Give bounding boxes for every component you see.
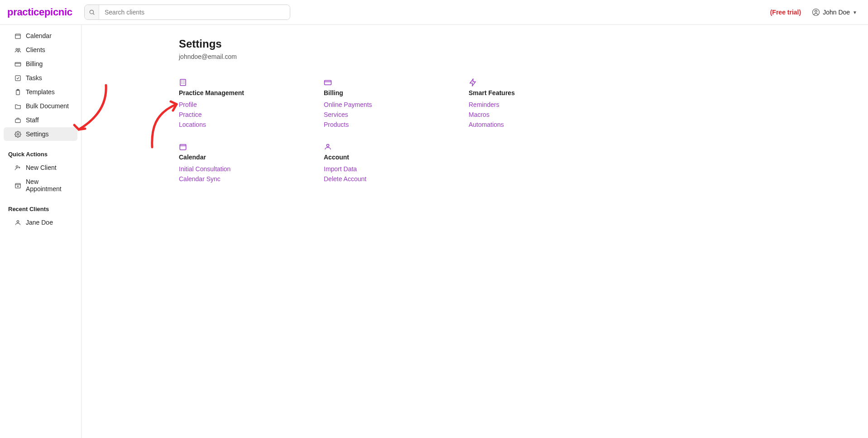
- settings-link-import-data[interactable]: Import Data: [324, 165, 469, 173]
- svg-rect-23: [180, 79, 186, 86]
- card-icon: [324, 78, 332, 87]
- sidebar-item-bulk-document[interactable]: Bulk Document: [4, 99, 77, 113]
- logo: practicepicnic: [7, 6, 80, 18]
- settings-link-automations[interactable]: Automations: [469, 121, 614, 128]
- calendar-plus-icon: [14, 182, 21, 189]
- sidebar-item-settings[interactable]: Settings: [4, 127, 77, 141]
- svg-point-14: [17, 133, 19, 135]
- sidebar-item-label: Staff: [26, 116, 39, 124]
- quick-action-new-appointment[interactable]: New Appointment: [4, 175, 77, 196]
- page-title: Settings: [179, 38, 868, 50]
- settings-section-title: Smart Features: [469, 89, 614, 96]
- svg-point-0: [90, 10, 93, 14]
- svg-point-6: [16, 48, 18, 50]
- settings-section-title: Billing: [324, 89, 469, 96]
- svg-rect-4: [15, 34, 20, 39]
- settings-link-products[interactable]: Products: [324, 121, 469, 128]
- chevron-down-icon: ▼: [853, 10, 857, 15]
- trial-badge[interactable]: (Free trial): [770, 9, 801, 16]
- user-plus-icon: [14, 164, 21, 171]
- sidebar-item-staff[interactable]: Staff: [4, 113, 77, 127]
- calendar-icon: [179, 143, 187, 151]
- clipboard-icon: [14, 89, 21, 96]
- settings-section-billing: Billing Online Payments Services Product…: [324, 78, 469, 128]
- folder-icon: [14, 103, 21, 110]
- sidebar-item-label: Settings: [26, 130, 49, 138]
- quick-action-label: New Client: [26, 164, 57, 171]
- svg-line-1: [93, 14, 94, 15]
- recent-clients-list: Jane Doe: [0, 216, 81, 229]
- svg-rect-8: [15, 62, 21, 66]
- person-icon: [14, 219, 21, 226]
- sidebar-item-label: Clients: [26, 46, 45, 53]
- sidebar-item-label: Billing: [26, 60, 43, 67]
- sidebar-item-label: Tasks: [26, 74, 42, 82]
- sidebar-item-tasks[interactable]: Tasks: [4, 71, 77, 85]
- svg-rect-33: [180, 144, 186, 150]
- svg-marker-32: [470, 79, 475, 86]
- page-subtitle: johndoe@email.com: [179, 53, 868, 60]
- quick-actions-heading: Quick Actions: [0, 146, 81, 160]
- svg-rect-10: [15, 75, 20, 80]
- card-icon: [14, 61, 21, 67]
- briefcase-icon: [14, 117, 21, 124]
- settings-link-locations[interactable]: Locations: [179, 121, 324, 128]
- bolt-icon: [469, 78, 477, 87]
- calendar-icon: [14, 33, 21, 39]
- gear-icon: [14, 131, 21, 138]
- settings-link-profile[interactable]: Profile: [179, 101, 324, 108]
- sidebar-item-label: Templates: [26, 88, 55, 96]
- settings-section-account: Account Import Data Delete Account: [324, 143, 469, 183]
- settings-link-delete-account[interactable]: Delete Account: [324, 175, 469, 183]
- recent-client-label: Jane Doe: [26, 219, 53, 226]
- search-icon: [85, 5, 99, 19]
- settings-link-reminders[interactable]: Reminders: [469, 101, 614, 108]
- search-input[interactable]: [99, 5, 290, 19]
- user-icon: [812, 8, 820, 16]
- quick-actions-list: New Client New Appointment: [0, 161, 81, 196]
- sidebar: Calendar Clients Billing Tasks Templates…: [0, 25, 82, 438]
- settings-grid: Practice Management Profile Practice Loc…: [179, 78, 868, 183]
- svg-point-7: [18, 48, 20, 50]
- settings-link-initial-consultation[interactable]: Initial Consultation: [179, 165, 324, 173]
- svg-rect-13: [15, 119, 20, 123]
- svg-point-3: [815, 10, 817, 12]
- settings-link-online-payments[interactable]: Online Payments: [324, 101, 469, 108]
- search-box[interactable]: [84, 5, 290, 20]
- sidebar-item-calendar[interactable]: Calendar: [4, 29, 77, 43]
- sidebar-item-label: Bulk Document: [26, 102, 69, 110]
- settings-section-title: Account: [324, 154, 469, 161]
- recent-clients-heading: Recent Clients: [0, 201, 81, 215]
- settings-section-title: Calendar: [179, 154, 324, 161]
- building-icon: [179, 78, 187, 87]
- settings-link-calendar-sync[interactable]: Calendar Sync: [179, 175, 324, 183]
- svg-point-35: [326, 144, 329, 146]
- settings-link-services[interactable]: Services: [324, 111, 469, 118]
- topbar: practicepicnic (Free trial) John Doe ▼: [0, 0, 868, 25]
- sidebar-item-clients[interactable]: Clients: [4, 43, 77, 57]
- sidebar-item-label: Calendar: [26, 32, 52, 39]
- settings-section-practice-management: Practice Management Profile Practice Loc…: [179, 78, 324, 128]
- settings-section-title: Practice Management: [179, 89, 324, 96]
- settings-link-macros[interactable]: Macros: [469, 111, 614, 118]
- settings-section-calendar: Calendar Initial Consultation Calendar S…: [179, 143, 324, 183]
- settings-section-smart-features: Smart Features Reminders Macros Automati…: [469, 78, 614, 128]
- svg-rect-30: [325, 81, 331, 85]
- user-name-label: John Doe: [823, 9, 850, 16]
- sidebar-item-billing[interactable]: Billing: [4, 57, 77, 71]
- svg-point-22: [17, 220, 19, 222]
- user-menu[interactable]: John Doe ▼: [808, 6, 861, 18]
- quick-action-label: New Appointment: [26, 178, 72, 193]
- account-icon: [324, 143, 332, 151]
- settings-link-practice[interactable]: Practice: [179, 111, 324, 118]
- recent-client-item[interactable]: Jane Doe: [4, 216, 77, 229]
- sidebar-nav: Calendar Clients Billing Tasks Templates…: [0, 29, 81, 141]
- svg-point-15: [16, 165, 18, 167]
- main-content: Settings johndoe@email.com Practice Mana…: [82, 25, 868, 438]
- clients-icon: [14, 47, 21, 53]
- quick-action-new-client[interactable]: New Client: [4, 161, 77, 174]
- check-square-icon: [14, 75, 21, 82]
- sidebar-item-templates[interactable]: Templates: [4, 85, 77, 99]
